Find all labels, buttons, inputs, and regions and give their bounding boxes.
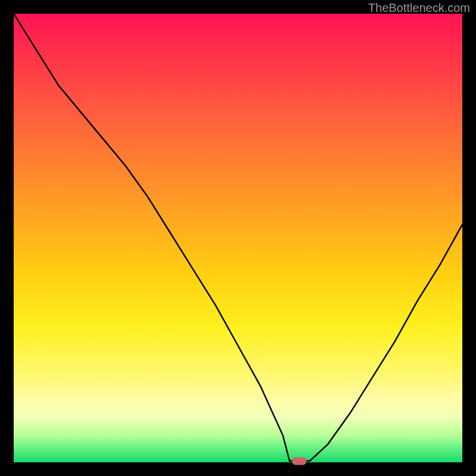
watermark-text: TheBottleneck.com	[368, 1, 470, 15]
chart-curve	[14, 14, 462, 462]
bottleneck-chart	[14, 14, 462, 462]
optimal-point-marker	[292, 457, 306, 465]
